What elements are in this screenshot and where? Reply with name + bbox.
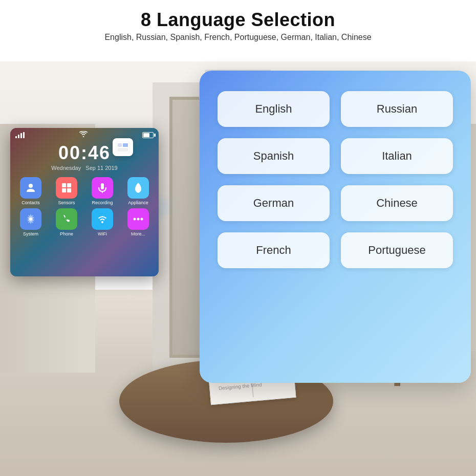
- svg-point-37: [141, 218, 143, 221]
- appliance-icon: [127, 177, 149, 199]
- language-panel: English Russian Spanish Italian German C…: [200, 71, 471, 383]
- page-subtitle: English, Russian, Spanish, French, Portu…: [10, 33, 466, 42]
- sensor-device: [113, 138, 133, 156]
- svg-rect-31: [101, 183, 104, 189]
- svg-point-35: [134, 218, 136, 221]
- wifi-app-icon: [92, 208, 113, 230]
- svg-rect-24: [123, 143, 128, 147]
- svg-rect-29: [62, 188, 66, 192]
- svg-rect-30: [67, 188, 71, 192]
- lang-btn-spanish[interactable]: Spanish: [218, 138, 330, 174]
- battery-icon: [142, 132, 154, 138]
- appliance-label: Appliance: [128, 200, 148, 205]
- recording-label: Recording: [92, 200, 113, 205]
- app-grid: Contacts Sensors: [10, 175, 159, 239]
- device-status-bar: [10, 128, 159, 140]
- signal-bar-1: [15, 136, 17, 138]
- device-date: Wednesday Sep 11 2019: [10, 165, 159, 171]
- wifi-status-icon: [79, 131, 88, 139]
- lang-btn-russian[interactable]: Russian: [341, 91, 453, 127]
- page-header: 8 Language Selection English, Russian, S…: [0, 0, 476, 47]
- signal-bar-3: [20, 133, 22, 138]
- recording-icon: [92, 177, 113, 199]
- device-time: 00:46: [10, 142, 159, 164]
- lang-btn-italian[interactable]: Italian: [341, 138, 453, 174]
- svg-point-36: [137, 218, 140, 221]
- svg-rect-25: [118, 148, 128, 152]
- lang-btn-german[interactable]: German: [218, 185, 330, 221]
- svg-rect-28: [67, 183, 71, 187]
- app-wifi[interactable]: WiFi: [86, 208, 119, 236]
- app-phone[interactable]: Phone: [50, 208, 83, 236]
- svg-rect-27: [62, 183, 66, 187]
- app-recording[interactable]: Recording: [86, 177, 119, 205]
- svg-rect-23: [118, 143, 122, 147]
- lang-btn-french[interactable]: French: [218, 232, 330, 268]
- more-label: More...: [131, 231, 145, 236]
- more-icon: [127, 208, 149, 230]
- sensors-label: Sensors: [58, 200, 75, 205]
- contacts-icon: [20, 177, 41, 199]
- wifi-label: WiFi: [98, 231, 107, 236]
- lang-btn-portuguese[interactable]: Portuguese: [341, 232, 453, 268]
- signal-bars: [15, 132, 25, 138]
- app-more[interactable]: More...: [122, 208, 155, 236]
- contacts-label: Contacts: [21, 200, 40, 205]
- lang-btn-english[interactable]: English: [218, 91, 330, 127]
- signal-bar-2: [18, 135, 19, 138]
- language-grid: English Russian Spanish Italian German C…: [218, 91, 453, 268]
- app-sensors[interactable]: Sensors: [50, 177, 83, 205]
- lang-btn-chinese[interactable]: Chinese: [341, 185, 453, 221]
- app-system[interactable]: System: [14, 208, 47, 236]
- page-title: 8 Language Selection: [10, 9, 466, 31]
- phone-icon: [56, 208, 77, 230]
- app-contacts[interactable]: Contacts: [14, 177, 47, 205]
- sensors-icon: [56, 177, 77, 199]
- app-appliance[interactable]: Appliance: [122, 177, 155, 205]
- svg-point-26: [29, 184, 33, 188]
- signal-bar-4: [23, 132, 25, 138]
- system-icon: [20, 208, 41, 230]
- phone-label: Phone: [60, 231, 73, 236]
- svg-point-34: [101, 221, 103, 223]
- system-label: System: [23, 231, 38, 236]
- svg-rect-22: [116, 141, 130, 154]
- device-panel: 00:46 Wednesday Sep 11 2019 Contacts: [10, 128, 159, 276]
